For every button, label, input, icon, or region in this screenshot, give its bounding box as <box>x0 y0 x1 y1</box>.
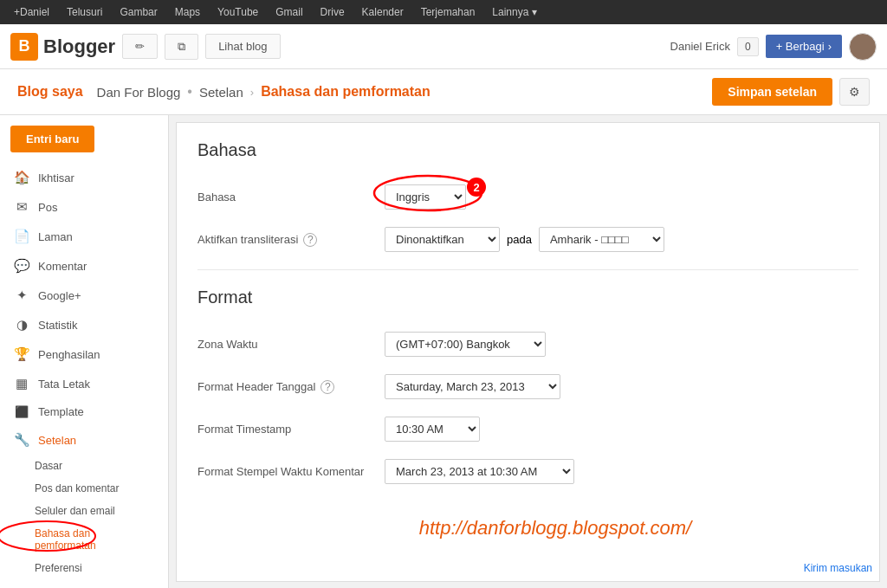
format-stempel-control: March 23, 2013 at 10:30 AM <box>385 459 574 484</box>
sidebar-label-tataletak: Tata Letak <box>38 378 90 391</box>
format-header-row: Format Header Tanggal ? Saturday, March … <box>197 374 858 399</box>
format-stempel-label: Format Stempel Waktu Komentar <box>197 465 371 478</box>
format-header-select[interactable]: Saturday, March 23, 2013 <box>385 374 560 399</box>
breadcrumb-arrow-icon: › <box>250 86 254 99</box>
lihat-blog-label: Lihat blog <box>218 40 267 53</box>
transliterasi-control: Dinonaktifkan pada Amharik - □□□□ <box>385 227 664 252</box>
sidebar-label-googleplus: Google+ <box>38 289 81 302</box>
sidebar-item-setelan[interactable]: 🔧 Setelan <box>0 425 168 455</box>
nav-item-gmail[interactable]: Gmail <box>269 3 309 22</box>
stats-icon: ◑ <box>14 317 29 333</box>
sidebar-label-template: Template <box>38 405 84 418</box>
notification-badge[interactable]: 0 <box>737 37 759 56</box>
bahasa-select[interactable]: Inggris <box>385 184 466 210</box>
sidebar-item-statistik[interactable]: ◑ Statistik <box>0 310 168 339</box>
sidebar-item-googleplus[interactable]: ✦ Google+ <box>0 281 168 310</box>
nav-item-telusuri[interactable]: Telusuri <box>60 3 109 22</box>
blogger-logo[interactable]: B Blogger <box>10 33 115 61</box>
annotation-2: 2 <box>467 178 486 197</box>
bahasa-section-title: Bahasa <box>197 140 858 167</box>
breadcrumb-section[interactable]: Setelan <box>199 85 243 100</box>
nav-item-gambar[interactable]: Gambar <box>113 3 164 22</box>
kirim-masukan-link[interactable]: Kirim masukan <box>804 562 872 574</box>
zona-waktu-control: (GMT+07:00) Bangkok <box>385 332 546 357</box>
home-icon: 🏠 <box>14 170 29 185</box>
format-timestamp-label: Format Timestamp <box>197 423 371 436</box>
sidebar-item-tataletak[interactable]: ▦ Tata Letak <box>0 369 168 398</box>
sidebar-sub-bahasa-pemformatan[interactable]: Bahasa dan pemformatan <box>0 522 168 557</box>
sidebar-sub-bahasa-group: Bahasa dan pemformatan <box>0 522 168 557</box>
bahasa-control: Inggris 2 <box>385 184 466 210</box>
format-stempel-row: Format Stempel Waktu Komentar March 23, … <box>197 459 858 484</box>
edit-button[interactable]: ✏ <box>122 34 158 59</box>
sidebar-item-penghasilan[interactable]: 🏆 Penghasilan <box>0 339 168 369</box>
blogger-icon: B <box>10 33 38 61</box>
wrench-icon: 🔧 <box>14 432 29 448</box>
watermark-url: http://danforblogg.blogspot.com/ <box>419 517 691 540</box>
breadcrumb-dot: • <box>187 84 192 100</box>
nav-item-drive[interactable]: Drive <box>314 3 352 22</box>
nav-item-youtube[interactable]: YouTube <box>210 3 265 22</box>
format-header-help-icon[interactable]: ? <box>320 380 334 394</box>
avatar[interactable] <box>849 33 877 61</box>
edit-icon: ✏ <box>135 40 145 53</box>
trophy-icon: 🏆 <box>14 346 29 362</box>
sidebar-item-laman[interactable]: 📄 Laman <box>0 222 168 251</box>
format-timestamp-select[interactable]: 10:30 AM <box>385 417 480 442</box>
breadcrumb-actions: Simpan setelan ⚙ <box>712 78 870 106</box>
help-icon[interactable]: ? <box>303 233 317 247</box>
sidebar-label-ikhtisar: Ikhtisar <box>38 171 74 184</box>
layout-icon: ▦ <box>14 376 29 391</box>
content-area: Bahasa Bahasa Inggris 2 Aktifkan transli… <box>176 122 880 582</box>
sidebar-sub-seluler-email[interactable]: Seluler dan email <box>0 500 168 522</box>
sidebar-item-ikhtisar[interactable]: 🏠 Ikhtisar <box>0 163 168 192</box>
sidebar: Entri baru 🏠 Ikhtisar ✉ Pos 📄 Laman 💬 Ko… <box>0 115 169 588</box>
nav-item-kalender[interactable]: Kalender <box>355 3 411 22</box>
transliterasi-select[interactable]: Dinonaktifkan <box>385 227 500 252</box>
sidebar-item-pos[interactable]: ✉ Pos <box>0 192 168 222</box>
zona-waktu-label: Zona Waktu <box>197 338 371 351</box>
share-button[interactable]: + Berbagi › <box>766 35 842 58</box>
blogger-header: B Blogger ✏ ⧉ Lihat blog Daniel Erick 0 … <box>0 24 887 69</box>
transliterasi-label: Aktifkan transliterasi ? <box>197 233 371 247</box>
sidebar-label-laman: Laman <box>38 230 73 243</box>
template-icon: ⬛ <box>14 405 29 418</box>
lihat-blog-button[interactable]: Lihat blog <box>205 34 280 59</box>
zona-waktu-row: Zona Waktu (GMT+07:00) Bangkok <box>197 332 858 357</box>
transliterasi-pada-label: pada <box>507 233 532 246</box>
comment-icon: 💬 <box>14 258 29 274</box>
mail-icon: ✉ <box>14 199 29 215</box>
section-divider <box>197 269 858 270</box>
sidebar-item-komentar[interactable]: 💬 Komentar <box>0 251 168 281</box>
save-settings-button[interactable]: Simpan setelan <box>712 78 832 106</box>
breadcrumb-blog-saya[interactable]: Blog saya <box>17 84 83 100</box>
format-timestamp-row: Format Timestamp 10:30 AM <box>197 417 858 442</box>
sidebar-label-penghasilan: Penghasilan <box>38 348 100 361</box>
zona-waktu-select[interactable]: (GMT+07:00) Bangkok <box>385 332 546 357</box>
nav-item-maps[interactable]: Maps <box>168 3 207 22</box>
page-icon: 📄 <box>14 229 29 244</box>
sidebar-item-template[interactable]: ⬛ Template <box>0 398 168 425</box>
format-timestamp-control: 10:30 AM <box>385 417 480 442</box>
nav-item-lainnya[interactable]: Lainnya ▾ <box>485 3 543 22</box>
breadcrumb-current: Bahasa dan pemformatan <box>261 84 431 100</box>
transliterasi-lang-select[interactable]: Amharik - □□□□ <box>539 227 664 252</box>
nav-item-terjemahan[interactable]: Terjemahan <box>414 3 482 22</box>
format-header-label: Format Header Tanggal ? <box>197 380 371 394</box>
transliterasi-row: Aktifkan transliterasi ? Dinonaktifkan p… <box>197 227 858 252</box>
bahasa-label: Bahasa <box>197 191 371 204</box>
googleplus-icon: ✦ <box>14 288 29 303</box>
sidebar-label-pos: Pos <box>38 201 57 214</box>
sidebar-sub-preferensi[interactable]: Preferensi <box>0 557 168 579</box>
gear-settings-button[interactable]: ⚙ <box>839 78 870 106</box>
sidebar-sub-dasar[interactable]: Dasar <box>0 455 168 477</box>
blogger-logo-text: Blogger <box>43 36 115 58</box>
format-section-title: Format <box>197 288 858 314</box>
copy-button[interactable]: ⧉ <box>165 34 198 60</box>
format-header-control: Saturday, March 23, 2013 <box>385 374 560 399</box>
format-stempel-select[interactable]: March 23, 2013 at 10:30 AM <box>385 459 574 484</box>
nav-item-daniel[interactable]: +Daniel <box>7 3 56 22</box>
breadcrumb-blog-title: Dan For Blogg <box>97 85 181 100</box>
new-post-button[interactable]: Entri baru <box>10 126 94 152</box>
sidebar-sub-pos-komentar[interactable]: Pos dan komentar <box>0 477 168 500</box>
